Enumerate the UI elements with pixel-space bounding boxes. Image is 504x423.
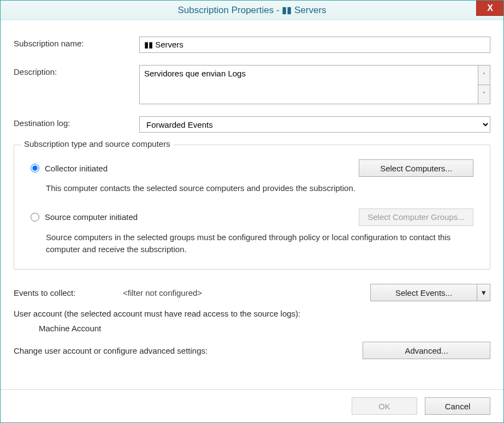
source-help-text: Source computers in the selected groups … — [46, 231, 473, 255]
select-events-button[interactable]: Select Events... — [370, 284, 477, 301]
user-account-label: User account (the selected account must … — [14, 309, 490, 318]
select-events-dropdown[interactable]: ▾ — [477, 284, 490, 301]
subscription-name-label: Subscription name: — [14, 37, 139, 48]
source-initiated-label: Source computer initiated — [45, 212, 138, 222]
groupbox-title: Subscription type and source computers — [21, 139, 174, 148]
description-field-wrap: ˄ ˅ — [139, 65, 490, 104]
source-initiated-radio[interactable] — [31, 213, 39, 222]
cancel-button[interactable]: Cancel — [425, 397, 490, 415]
titlebar: Subscription Properties - ▮▮ Servers X — [1, 1, 503, 20]
dialog-window: Subscription Properties - ▮▮ Servers X S… — [0, 0, 504, 423]
ok-button: OK — [352, 397, 417, 415]
dialog-footer: OK Cancel — [1, 389, 503, 422]
user-account-value: Machine Account — [39, 324, 490, 333]
window-title: Subscription Properties - ▮▮ Servers — [177, 4, 326, 16]
events-to-collect-label: Events to collect: — [14, 288, 123, 297]
filter-status-value: <filter not configured> — [123, 288, 370, 297]
scroll-down-icon[interactable]: ˅ — [478, 85, 490, 104]
close-icon: X — [487, 3, 493, 13]
collector-initiated-radio[interactable] — [31, 164, 39, 172]
description-label: Description: — [14, 65, 139, 76]
subscription-name-input[interactable] — [139, 37, 490, 53]
select-computer-groups-button: Select Computer Groups... — [359, 208, 473, 226]
subscription-type-group: Subscription type and source computers C… — [14, 145, 490, 270]
scroll-up-icon[interactable]: ˄ — [478, 65, 490, 85]
advanced-button[interactable]: Advanced... — [363, 342, 490, 359]
select-events-split: Select Events... ▾ — [370, 284, 490, 301]
collector-initiated-label: Collector initiated — [45, 164, 108, 173]
description-input[interactable] — [140, 65, 478, 104]
chevron-down-icon: ▾ — [482, 288, 486, 297]
destination-log-select[interactable]: Forwarded Events — [139, 116, 490, 133]
description-scroll: ˄ ˅ — [478, 65, 490, 104]
destination-log-label: Destination log: — [14, 116, 139, 128]
select-computers-button[interactable]: Select Computers... — [359, 159, 473, 177]
content-area: Subscription name: Description: ˄ ˅ Dest… — [1, 20, 503, 389]
advanced-settings-label: Change user account or configure advance… — [14, 346, 207, 355]
close-button[interactable]: X — [476, 1, 503, 16]
collector-help-text: This computer contacts the selected sour… — [46, 182, 473, 194]
